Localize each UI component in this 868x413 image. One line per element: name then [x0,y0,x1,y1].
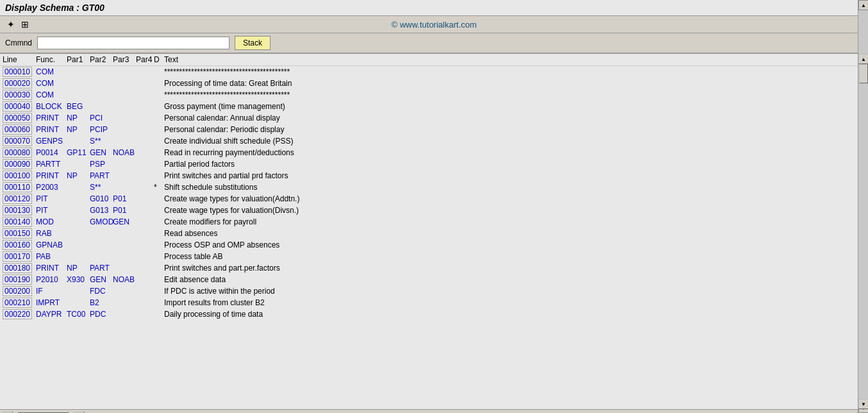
scrollbar-thumb[interactable] [859,64,868,83]
table-row[interactable]: 000130 PIT G013 P01 Create wage types fo… [0,205,868,216]
table-row[interactable]: 000190 P2010 X930 GEN NOAB Edit absence … [0,274,868,285]
cell-line[interactable]: 000120 [3,194,36,204]
cell-func: IF [36,287,67,296]
cell-par2: GEN [90,275,113,284]
table-row[interactable]: 000160 GPNAB Process OSP and OMP absence… [0,239,868,251]
cell-func: PAB [36,252,67,261]
cell-text: Shift schedule substitutions [164,183,865,192]
header-par1: Par1 [67,55,90,64]
cell-func: RAB [36,229,67,238]
cell-func: COM [36,67,67,76]
cell-line[interactable]: 000130 [3,205,36,215]
cell-line[interactable]: 000220 [3,309,36,319]
cell-par2: GMOD [90,217,113,226]
cell-func: PRINT [36,125,67,134]
bottom-bar: ◀ ▶ [0,409,868,413]
cell-par1: TC00 [67,310,90,319]
cell-line[interactable]: 000080 [3,148,36,158]
table-row[interactable]: 000100 PRINT NP PART Print switches and … [0,170,868,181]
table-row[interactable]: 000170 PAB Process table AB [0,251,868,262]
title-text: Display Schema : GT00 [5,3,104,13]
table-row[interactable]: 000020 COM Processing of time data: Grea… [0,78,868,89]
table-row[interactable]: 000150 RAB Read absences [0,228,868,239]
cell-text: ****************************************… [164,67,865,76]
table-row[interactable]: 000200 IF FDC If PDC is active within th… [0,285,868,297]
table-row[interactable]: 000060 PRINT NP PCIP Personal calendar: … [0,124,868,135]
cell-line[interactable]: 000100 [3,171,36,181]
table-row[interactable]: 000180 PRINT NP PART Print switches and … [0,262,868,274]
cell-line[interactable]: 000010 [3,67,36,77]
command-input[interactable] [37,37,230,49]
cell-par2: PCI [90,114,113,122]
cell-text: Process OSP and OMP absences [164,240,865,249]
cell-par1: GP11 [67,148,90,157]
scrollbar-up-button[interactable]: ▲ [858,54,868,64]
cell-par1: NP [67,171,90,180]
column-headers: Line Func. Par1 Par2 Par3 Par4 D Text [0,54,868,66]
cell-text: Create wage types for valuation(Divsn.) [164,206,865,215]
table-row[interactable]: 000030 COM *****************************… [0,89,868,101]
cell-par2: FDC [90,287,113,296]
table-row[interactable]: 000080 P0014 GP11 GEN NOAB Read in recur… [0,147,868,158]
cell-text: Daily processing of time data [164,310,865,319]
table-row[interactable]: 000090 PARTT PSP Partial period factors [0,158,868,170]
cell-text: Create wage types for valuation(Addtn.) [164,194,865,203]
command-label: Cmmnd [5,38,32,47]
cell-line[interactable]: 000190 [3,274,36,285]
cell-text: ****************************************… [164,90,865,99]
cell-func: PIT [36,194,67,203]
cell-line[interactable]: 000040 [3,101,36,112]
table-row[interactable]: 000220 DAYPR TC00 PDC Daily processing o… [0,308,868,320]
cell-text: Edit absence data [164,275,865,284]
cell-line[interactable]: 000180 [3,263,36,273]
cell-func: PARTT [36,160,67,169]
cell-func: GPNAB [36,240,67,249]
cell-par2: PART [90,264,113,273]
cell-line[interactable]: 000110 [3,182,36,192]
header-line: Line [3,55,36,64]
table-row[interactable]: 000050 PRINT NP PCI Personal calendar: A… [0,112,868,124]
table-row[interactable]: 000140 MOD GMOD GEN Create modifiers for… [0,216,868,228]
vertical-scrollbar: ▲ ▼ [858,54,868,409]
header-d: D [154,55,164,64]
cell-line[interactable]: 000160 [3,240,36,250]
cell-par2: PDC [90,310,113,319]
cell-text: Personal calendar: Periodic display [164,125,865,134]
cell-line[interactable]: 000020 [3,78,36,88]
table-row[interactable]: 000210 IMPRT B2 Import results from clus… [0,297,868,308]
stack-button[interactable]: Stack [235,36,271,50]
cell-par1: BEG [67,102,90,111]
table-row[interactable]: 000110 P2003 S** * Shift schedule substi… [0,181,868,193]
table-row[interactable]: 000070 GENPS S** Create individual shift… [0,135,868,147]
cell-line[interactable]: 000170 [3,251,36,262]
cell-line[interactable]: 000050 [3,113,36,123]
cell-text: Personal calendar: Annual display [164,114,865,122]
table-row[interactable]: 000120 PIT G010 P01 Create wage types fo… [0,193,868,205]
table-row[interactable]: 000040 BLOCK BEG Gross payment (time man… [0,101,868,112]
cell-line[interactable]: 000070 [3,136,36,146]
cell-par2: G013 [90,206,113,215]
cell-par2: PART [90,171,113,180]
cell-func: COM [36,90,67,99]
cell-func: MOD [36,217,67,226]
cell-text: Process table AB [164,252,865,261]
cell-par2: G010 [90,194,113,203]
cell-func: PIT [36,206,67,215]
table-row[interactable]: 000010 COM *****************************… [0,66,868,78]
cell-line[interactable]: 000200 [3,286,36,296]
watermark: © www.tutorialkart.com [391,20,476,30]
cell-par2: S** [90,137,113,146]
cell-line[interactable]: 000140 [3,217,36,227]
scrollbar-down-button[interactable]: ▼ [858,399,868,409]
cell-line[interactable]: 000060 [3,124,36,135]
cell-line[interactable]: 000150 [3,228,36,239]
cell-func: DAYPR [36,310,67,319]
cell-line[interactable]: 000210 [3,298,36,308]
cell-line[interactable]: 000030 [3,90,36,100]
scroll-up-icon[interactable]: ▲ [858,0,868,10]
save-icon[interactable]: ⊞ [19,19,31,30]
favorite-icon[interactable]: ✦ [5,19,17,30]
cell-par1: NP [67,125,90,134]
cell-text: Create individual shift schedule (PSS) [164,137,865,146]
cell-line[interactable]: 000090 [3,159,36,169]
